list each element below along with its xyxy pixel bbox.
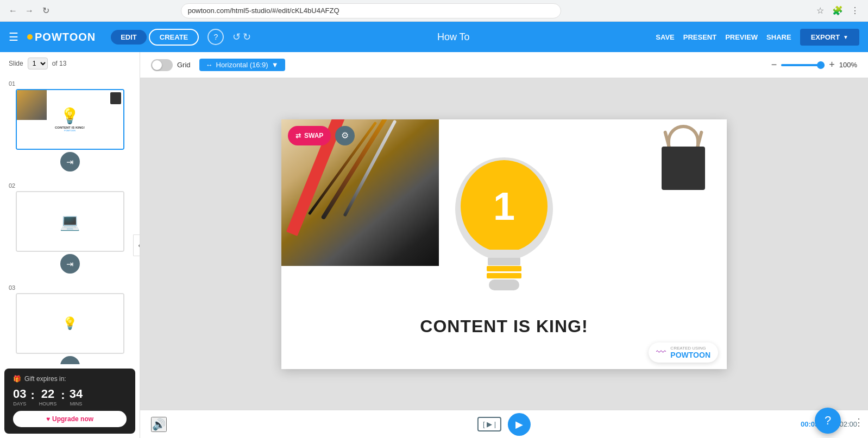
gift-icon: 🎁 (13, 375, 21, 383)
slide-thumb-1[interactable]: 💡 CONTENT IS KING! POWTOON (16, 89, 124, 150)
browser-bar: ← → ↻ powtoon.com/html5-studio/#/edit/cK… (0, 0, 868, 22)
browser-nav: ← → ↻ (7, 4, 52, 17)
address-bar[interactable]: powtoon.com/html5-studio/#/edit/cKL4bU4A… (181, 3, 561, 18)
orientation-arrow-icon: ▼ (272, 61, 279, 69)
watermark-created-text: CREATED USING (670, 346, 710, 351)
gear-btn[interactable]: ⚙ (335, 126, 355, 145)
thumb-bulb-3: 💡 (62, 316, 77, 331)
swap-icon: ⇄ (295, 132, 301, 139)
gift-title: 🎁 Gift expires in: (13, 375, 127, 383)
slide-number-2: 02 (9, 182, 15, 189)
present-btn[interactable]: PRESENT (683, 33, 716, 41)
svg-rect-4 (488, 258, 520, 265)
bookmark-btn[interactable]: ☆ (814, 4, 827, 17)
play-icon: ▶ (515, 418, 523, 430)
days-label: DAYS (13, 401, 26, 407)
app-header: ☰ POWTOON EDIT CREATE ? ↺ ↻ How To SAVE … (0, 22, 868, 52)
nav-arrows: ↺ ↻ (232, 31, 251, 43)
timer-days: 03 DAYS (13, 387, 26, 407)
duplicate-icon-2: ⇥ (66, 259, 73, 269)
zoom-slider[interactable] (781, 64, 825, 66)
slide-entry-3: 03 💡 ⇥ (0, 280, 140, 364)
gift-box: 🎁 Gift expires in: 03 DAYS : 22 HOURS : … (4, 369, 135, 434)
canvas-area: Grid ↔ Horizontal (16:9) ▼ − + 100% (140, 52, 868, 438)
extensions-btn[interactable]: 🧩 (831, 4, 844, 17)
upgrade-icon: ♥ (46, 415, 50, 423)
browser-actions: ☆ 🧩 ⋮ (814, 4, 861, 17)
orientation-icon: ↔ (206, 61, 213, 69)
slide-number-select[interactable]: 1 (28, 58, 48, 69)
frame-play-btn[interactable]: [ ▶︎ | (477, 417, 501, 431)
mins-label: MINS (70, 401, 83, 407)
zoom-thumb[interactable] (817, 61, 825, 69)
export-arrow-icon: ▼ (843, 34, 848, 40)
watermark-text-block: CREATED USING POWTOON (670, 346, 710, 359)
gear-icon: ⚙ (341, 130, 349, 141)
duplicate-btn-3[interactable]: ⇥ (60, 356, 80, 364)
duplicate-btn-2[interactable]: ⇥ (60, 254, 80, 274)
logo-dot (27, 34, 33, 40)
forward-btn[interactable]: → (23, 4, 36, 17)
slide-canvas-wrapper: ⇄ SWAP ⚙ (140, 78, 868, 410)
reload-btn[interactable]: ↻ (39, 4, 52, 17)
swap-overlay: ⇄ SWAP ⚙ (288, 126, 355, 145)
edit-btn[interactable]: EDIT (111, 30, 147, 45)
duplicate-btn-1[interactable]: ⇥ (60, 152, 80, 172)
slide-main-text: CONTENT IS KING! (420, 316, 588, 337)
slide-thumb-3[interactable]: 💡 (16, 293, 124, 354)
play-btn[interactable]: ▶ (508, 413, 531, 436)
grid-toggle-switch[interactable] (151, 59, 173, 71)
zoom-minus-btn[interactable]: − (771, 59, 777, 71)
collapse-btn[interactable]: ‹ (133, 234, 140, 256)
redo-btn[interactable]: ↻ (243, 31, 251, 43)
zoom-plus-btn[interactable]: + (829, 59, 835, 71)
svg-rect-7 (489, 280, 519, 290)
slide-thumb-2[interactable]: 💻 (16, 191, 124, 252)
hamburger-icon[interactable]: ☰ (9, 30, 18, 43)
grid-label: Grid (177, 61, 191, 69)
thumb-laptop-icon: 💻 (60, 212, 80, 231)
swap-label: SWAP (304, 132, 323, 139)
share-btn[interactable]: SHARE (766, 33, 791, 41)
upgrade-now-btn[interactable]: ♥ Upgrade now (13, 411, 127, 427)
svg-text:1: 1 (493, 185, 515, 228)
slides-list: 01 💡 CONTENT IS KING! POWTOON ⇥ 02 (0, 72, 140, 364)
mins-value: 34 (70, 387, 83, 401)
volume-btn[interactable]: 🔊 (151, 417, 167, 432)
watermark-logo-icon: 〰 (656, 347, 666, 358)
browser-more-btn[interactable]: ⋮ (848, 4, 861, 17)
undo-btn[interactable]: ↺ (232, 31, 241, 43)
header-actions: SAVE PRESENT PREVIEW SHARE EXPORT ▼ (656, 29, 859, 46)
bottom-controls: 🔊 [ ▶︎ | ▶ 00:03:00 | 02:00 (140, 410, 868, 438)
watermark-brand-text: POWTOON (670, 351, 710, 359)
slide-entry-1: 01 💡 CONTENT IS KING! POWTOON ⇥ (0, 76, 140, 178)
save-btn[interactable]: SAVE (656, 33, 674, 41)
preview-btn[interactable]: PREVIEW (725, 33, 758, 41)
orientation-label: Horizontal (16:9) (216, 61, 268, 69)
slide-of-label: of 13 (52, 60, 67, 67)
slide-canvas[interactable]: ⇄ SWAP ⚙ (281, 119, 727, 369)
days-value: 03 (13, 387, 26, 401)
export-btn[interactable]: EXPORT ▼ (800, 29, 859, 46)
gift-timer: 03 DAYS : 22 HOURS : 34 MINS (13, 387, 127, 407)
upgrade-label: Upgrade now (52, 415, 93, 423)
back-btn[interactable]: ← (7, 4, 20, 17)
slide-content: ⇄ SWAP ⚙ (281, 119, 727, 369)
logo-text: POWTOON (35, 31, 96, 43)
help-btn[interactable]: ? (207, 29, 224, 45)
sidebar: Slide 1 of 13 01 💡 CONTENT IS KING! POWT… (0, 52, 140, 438)
timer-mins: 34 MINS (70, 387, 83, 407)
thumb-brand-1: POWTOON (64, 129, 76, 132)
swap-btn[interactable]: ⇄ SWAP (288, 126, 331, 145)
more-options-btn[interactable]: ⋮ (854, 416, 864, 428)
help-fab[interactable]: ? (815, 408, 841, 434)
duplicate-icon-1: ⇥ (66, 157, 73, 167)
export-label: EXPORT (811, 33, 840, 41)
orientation-btn[interactable]: ↔ Horizontal (16:9) ▼ (199, 59, 285, 71)
slide-entry-2: 02 💻 ⇥ (0, 178, 140, 280)
slide-label: Slide (9, 60, 23, 67)
main-layout: Slide 1 of 13 01 💡 CONTENT IS KING! POWT… (0, 52, 868, 438)
create-btn[interactable]: CREATE (149, 29, 199, 46)
slide-number-1: 01 (9, 80, 15, 87)
canvas-toolbar: Grid ↔ Horizontal (16:9) ▼ − + 100% (140, 52, 868, 78)
